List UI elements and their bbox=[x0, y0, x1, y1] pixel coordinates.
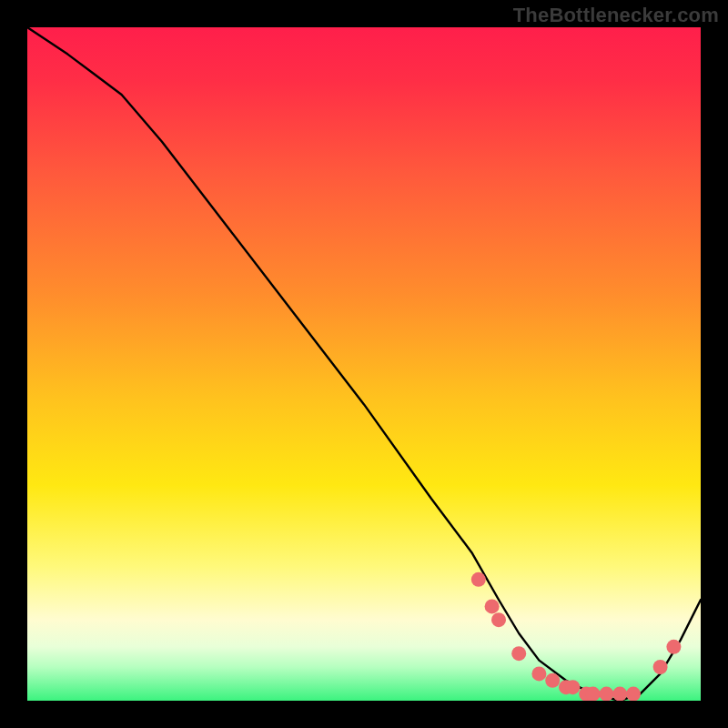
marker-dot bbox=[666, 640, 681, 654]
marker-dot bbox=[511, 646, 526, 661]
marker-dot bbox=[471, 572, 486, 587]
marker-dot bbox=[612, 687, 627, 701]
marker-dot bbox=[586, 687, 601, 701]
curve-path bbox=[27, 27, 701, 701]
marker-dot bbox=[531, 666, 546, 681]
marker-dot bbox=[545, 673, 560, 688]
chart-frame: TheBottlenecker.com bbox=[0, 0, 728, 728]
marker-dot bbox=[626, 687, 641, 701]
marker-dot bbox=[653, 660, 668, 674]
markers-group bbox=[471, 572, 682, 701]
marker-dot bbox=[565, 680, 580, 694]
marker-dot bbox=[485, 599, 500, 613]
chart-svg bbox=[27, 27, 701, 701]
marker-dot bbox=[491, 612, 506, 627]
watermark-text: TheBottlenecker.com bbox=[513, 4, 719, 27]
chart-plot-area bbox=[27, 27, 701, 701]
marker-dot bbox=[599, 687, 613, 701]
